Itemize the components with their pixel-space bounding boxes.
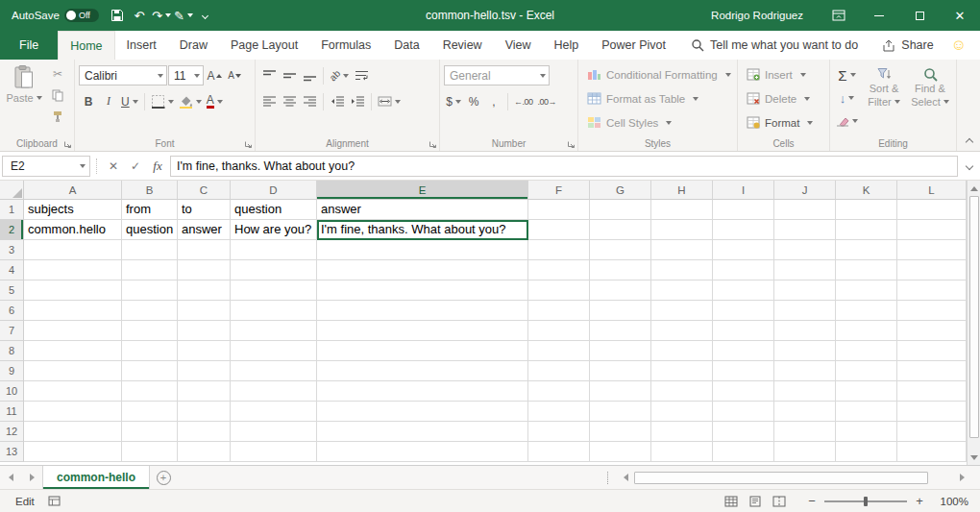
enter-button[interactable]: ✓ bbox=[126, 156, 145, 177]
share-button[interactable]: Share bbox=[882, 31, 933, 60]
cell-D7[interactable] bbox=[231, 321, 317, 341]
cell-D13[interactable] bbox=[231, 442, 317, 462]
clipboard-dialog-launcher[interactable] bbox=[63, 140, 72, 149]
tab-insert[interactable]: Insert bbox=[115, 31, 168, 60]
number-format-select[interactable]: General bbox=[444, 65, 550, 85]
conditional-formatting-button[interactable]: Conditional Formatting bbox=[582, 62, 736, 86]
cell-F3[interactable] bbox=[528, 240, 590, 260]
number-dialog-launcher[interactable] bbox=[567, 140, 576, 149]
cell-H9[interactable] bbox=[651, 361, 713, 381]
scroll-down-button[interactable] bbox=[970, 451, 978, 463]
cell-J5[interactable] bbox=[774, 280, 836, 301]
cell-D6[interactable] bbox=[231, 301, 317, 321]
cell-K3[interactable] bbox=[836, 240, 897, 260]
name-box[interactable]: E2 bbox=[2, 156, 90, 177]
merge-center-button[interactable] bbox=[376, 91, 403, 112]
cell-F4[interactable] bbox=[528, 260, 590, 280]
tab-scrollbar-splitter[interactable] bbox=[607, 466, 615, 489]
cell-J11[interactable] bbox=[774, 402, 836, 422]
cell-A10[interactable] bbox=[24, 381, 122, 402]
cell-C1[interactable]: to bbox=[178, 200, 231, 220]
cell-J8[interactable] bbox=[774, 341, 836, 361]
tab-help[interactable]: Help bbox=[543, 31, 591, 60]
cell-K5[interactable] bbox=[836, 280, 897, 301]
cell-D12[interactable] bbox=[231, 422, 317, 442]
cell-K10[interactable] bbox=[836, 381, 897, 402]
cell-F1[interactable] bbox=[528, 200, 590, 220]
cell-C11[interactable] bbox=[178, 402, 231, 422]
cell-L12[interactable] bbox=[897, 422, 967, 442]
column-header-l[interactable]: L bbox=[897, 181, 967, 200]
cell-L7[interactable] bbox=[897, 321, 967, 341]
account-user-name[interactable]: Rodrigo Rodriguez bbox=[711, 10, 803, 21]
scroll-right-button[interactable] bbox=[954, 470, 969, 486]
cell-D5[interactable] bbox=[231, 280, 317, 301]
zoom-slider[interactable] bbox=[824, 500, 907, 502]
cell-L6[interactable] bbox=[897, 301, 967, 321]
close-button[interactable]: ✕ bbox=[940, 0, 980, 31]
feedback-smiley-button[interactable]: ☺ bbox=[951, 31, 967, 60]
zoom-level[interactable]: 100% bbox=[928, 496, 968, 507]
font-color-button[interactable]: A bbox=[205, 91, 225, 112]
increase-indent-button[interactable] bbox=[348, 91, 367, 112]
cell-I6[interactable] bbox=[713, 301, 774, 321]
tab-file[interactable]: File bbox=[0, 31, 58, 60]
percent-style-button[interactable]: % bbox=[464, 91, 483, 112]
cell-L2[interactable] bbox=[897, 220, 967, 240]
cell-K11[interactable] bbox=[836, 402, 897, 422]
zoom-out-button[interactable]: − bbox=[803, 494, 821, 508]
cell-A13[interactable] bbox=[24, 442, 122, 462]
cell-H3[interactable] bbox=[651, 240, 713, 260]
cell-G2[interactable] bbox=[590, 220, 651, 240]
page-break-view-button[interactable] bbox=[769, 492, 790, 511]
cell-G11[interactable] bbox=[590, 402, 651, 422]
prev-sheet-button[interactable] bbox=[0, 466, 21, 489]
cell-H7[interactable] bbox=[651, 321, 713, 341]
column-header-g[interactable]: G bbox=[590, 181, 651, 200]
comma-style-button[interactable]: , bbox=[484, 91, 503, 112]
cell-J13[interactable] bbox=[774, 442, 836, 462]
cell-E11[interactable] bbox=[317, 402, 528, 422]
cell-B9[interactable] bbox=[122, 361, 178, 381]
cell-I10[interactable] bbox=[713, 381, 774, 402]
row-header-1[interactable]: 1 bbox=[0, 200, 24, 220]
row-header-9[interactable]: 9 bbox=[0, 361, 24, 381]
cell-K1[interactable] bbox=[836, 200, 897, 220]
cell-E4[interactable] bbox=[317, 260, 528, 280]
cell-I9[interactable] bbox=[713, 361, 774, 381]
cell-J1[interactable] bbox=[774, 200, 836, 220]
cell-I1[interactable] bbox=[713, 200, 774, 220]
tab-home[interactable]: Home bbox=[58, 31, 114, 60]
minimize-button[interactable] bbox=[859, 0, 899, 31]
formula-input[interactable]: I'm fine, thanks. What about you? bbox=[170, 156, 958, 177]
cell-J3[interactable] bbox=[774, 240, 836, 260]
cell-A11[interactable] bbox=[24, 402, 122, 422]
row-header-4[interactable]: 4 bbox=[0, 260, 24, 280]
cell-E1[interactable]: answer bbox=[317, 200, 528, 220]
cell-D2[interactable]: How are you? bbox=[231, 220, 317, 240]
column-header-f[interactable]: F bbox=[528, 181, 590, 200]
cell-D10[interactable] bbox=[231, 381, 317, 402]
cell-I5[interactable] bbox=[713, 280, 774, 301]
cell-J2[interactable] bbox=[774, 220, 836, 240]
cell-G4[interactable] bbox=[590, 260, 651, 280]
next-sheet-button[interactable] bbox=[21, 466, 42, 489]
cut-button[interactable]: ✂ bbox=[46, 63, 69, 85]
decrease-decimal-button[interactable]: .00→ bbox=[536, 91, 559, 112]
cell-E3[interactable] bbox=[317, 240, 528, 260]
cell-A2[interactable]: common.hello bbox=[24, 220, 122, 240]
cell-F7[interactable] bbox=[528, 321, 590, 341]
accounting-format-button[interactable]: $ bbox=[444, 91, 463, 112]
cell-L10[interactable] bbox=[897, 381, 967, 402]
vertical-scroll-thumb[interactable] bbox=[969, 196, 979, 438]
decrease-font-size-button[interactable]: A bbox=[225, 65, 244, 86]
select-all-button[interactable] bbox=[0, 181, 24, 200]
cell-G13[interactable] bbox=[590, 442, 651, 462]
cell-K4[interactable] bbox=[836, 260, 897, 280]
column-header-i[interactable]: I bbox=[713, 181, 774, 200]
maximize-button[interactable] bbox=[899, 0, 940, 31]
ribbon-display-options-button[interactable] bbox=[819, 0, 859, 31]
cell-B13[interactable] bbox=[122, 442, 178, 462]
cell-J6[interactable] bbox=[774, 301, 836, 321]
cell-D11[interactable] bbox=[231, 402, 317, 422]
